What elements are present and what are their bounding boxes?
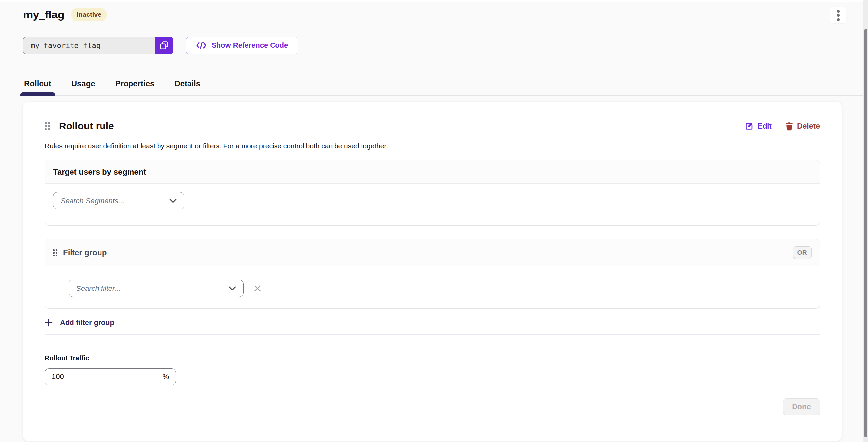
more-options-button[interactable] [830, 7, 846, 23]
filter-group-header: Filter group OR [45, 240, 819, 266]
segment-select-placeholder: Search Segments... [61, 197, 124, 205]
edit-pencil-icon [745, 122, 754, 131]
close-icon [254, 285, 261, 292]
tab-properties[interactable]: Properties [114, 79, 156, 95]
rule-actions: Edit Delete [745, 122, 820, 131]
tab-rollout[interactable]: Rollout [23, 79, 52, 95]
show-reference-code-label: Show Reference Code [212, 41, 288, 50]
rule-description: Rules require user definition at least b… [45, 142, 820, 150]
rollout-traffic-input[interactable] [52, 373, 162, 381]
flag-description-group [23, 37, 173, 54]
scrollbar[interactable] [863, 0, 868, 442]
delete-rule-button[interactable]: Delete [785, 122, 820, 131]
copy-icon [159, 40, 169, 51]
scrollbar-thumb[interactable] [864, 29, 867, 437]
status-badge: Inactive [71, 8, 107, 22]
segment-section: Target users by segment Search Segments.… [45, 160, 820, 226]
rollout-rule-card: Rollout rule Edit [23, 102, 842, 441]
rollout-traffic-unit: % [162, 373, 169, 381]
delete-label: Delete [797, 122, 820, 131]
page-title: my_flag [23, 8, 64, 21]
copy-button[interactable] [155, 37, 173, 54]
flag-detail-page: my_flag Inactive [0, 0, 868, 442]
rule-title: Rollout rule [59, 121, 114, 132]
kebab-menu-icon [837, 9, 840, 22]
add-filter-group-label: Add filter group [60, 318, 114, 327]
tab-usage[interactable]: Usage [70, 79, 96, 95]
rollout-traffic-label: Rollout Traffic [45, 354, 820, 362]
rule-header: Rollout rule Edit [45, 121, 820, 132]
segment-section-header: Target users by segment [45, 160, 819, 184]
edit-rule-button[interactable]: Edit [745, 122, 772, 131]
segment-section-body: Search Segments... [45, 184, 819, 225]
show-reference-code-button[interactable]: Show Reference Code [186, 37, 298, 54]
done-button[interactable]: Done [783, 398, 820, 415]
code-icon [196, 41, 207, 50]
page-header: my_flag Inactive [23, 8, 842, 22]
chevron-down-icon [229, 286, 236, 290]
drag-handle-icon[interactable] [53, 249, 57, 256]
filter-select[interactable]: Search filter... [68, 280, 244, 297]
tab-details[interactable]: Details [173, 79, 202, 95]
segment-select[interactable]: Search Segments... [53, 192, 184, 210]
filter-group-body: Search filter... [45, 266, 819, 308]
flag-key-row: Show Reference Code [23, 37, 842, 54]
tabs-divider [23, 95, 863, 96]
chevron-down-icon [169, 199, 177, 203]
edit-label: Edit [757, 122, 772, 131]
trash-icon [785, 122, 793, 131]
segment-section-title: Target users by segment [53, 167, 146, 177]
remove-filter-button[interactable] [252, 283, 262, 293]
add-filter-group-button[interactable]: Add filter group [45, 318, 114, 327]
filter-group-title: Filter group [63, 248, 107, 257]
operator-badge: OR [793, 246, 812, 259]
filter-select-placeholder: Search filter... [76, 284, 121, 293]
section-divider [45, 334, 820, 335]
flag-description-input[interactable] [23, 37, 155, 54]
plus-icon [45, 319, 53, 327]
drag-handle-icon[interactable] [45, 122, 50, 130]
done-row: Done [45, 398, 820, 415]
rollout-traffic-field: % [45, 368, 176, 385]
tab-bar: Rollout Usage Properties Details [23, 79, 842, 95]
filter-group-section: Filter group OR Search filter... [45, 239, 820, 309]
